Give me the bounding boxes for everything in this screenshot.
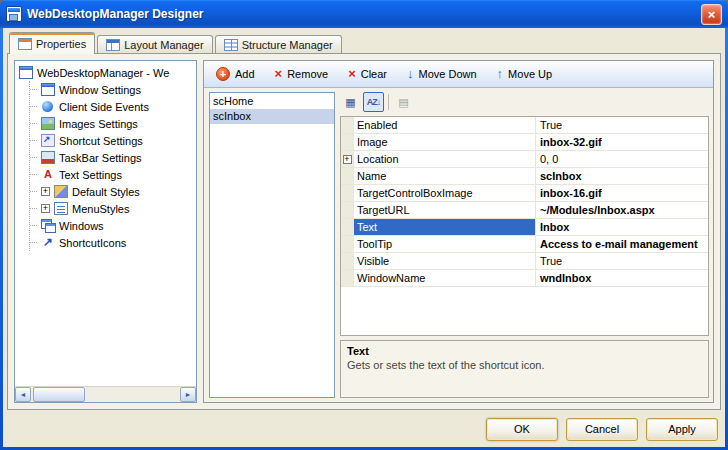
scroll-thumb[interactable]: [33, 387, 85, 402]
property-value[interactable]: True: [536, 117, 708, 133]
property-value[interactable]: Inbox: [536, 219, 708, 235]
add-icon: +: [216, 67, 230, 81]
description-text: Gets or sets the text of the shortcut ic…: [347, 359, 702, 371]
property-name[interactable]: Text: [354, 219, 536, 235]
close-button[interactable]: ×: [701, 4, 722, 25]
property-value[interactable]: inbox-16.gif: [536, 185, 708, 201]
property-name[interactable]: WindowName: [354, 270, 536, 286]
property-name[interactable]: TargetControlBoxImage: [354, 185, 536, 201]
add-label: Add: [235, 68, 255, 80]
property-name[interactable]: Enabled: [354, 117, 536, 133]
categorized-button[interactable]: ▦: [340, 92, 361, 112]
tab-label: Layout Manager: [124, 39, 204, 51]
tree-item-label: Images Settings: [59, 118, 138, 130]
property-name[interactable]: ToolTip: [354, 236, 536, 252]
scroll-track[interactable]: [31, 387, 180, 402]
property-row-targeturl[interactable]: TargetURL ~/Modules/Inbox.aspx: [341, 202, 708, 219]
images-icon: [41, 117, 55, 130]
property-pages-button: ▤: [393, 92, 414, 112]
property-name[interactable]: Name: [354, 168, 536, 184]
row-margin: [341, 202, 354, 218]
property-row-visible[interactable]: Visible True: [341, 253, 708, 270]
tabstrip: Properties Layout Manager Structure Mana…: [9, 32, 344, 54]
add-button[interactable]: + Add: [212, 65, 265, 83]
property-value[interactable]: inbox-32.gif: [536, 134, 708, 150]
shortcut-icons-icon: ↗: [41, 236, 55, 249]
property-name[interactable]: Location: [354, 151, 536, 167]
clear-button[interactable]: × Clear: [344, 65, 397, 83]
property-row-tooltip[interactable]: ToolTip Access to e-mail management: [341, 236, 708, 253]
tree-item-text-settings[interactable]: A Text Settings: [30, 166, 194, 183]
description-title: Text: [347, 345, 702, 357]
property-row-name[interactable]: Name scInbox: [341, 168, 708, 185]
tree-item-menustyles[interactable]: + MenuStyles: [30, 200, 194, 217]
tree-item-shortcuticons[interactable]: ↗ ShortcutIcons: [30, 234, 194, 251]
property-row-windowname[interactable]: WindowName wndInbox: [341, 270, 708, 287]
tree-item-taskbar-settings[interactable]: TaskBar Settings: [30, 149, 194, 166]
taskbar-icon: [41, 151, 55, 164]
property-grid: Enabled True Image inbox-32.gif + Locati…: [340, 116, 709, 336]
tree-item-window-settings[interactable]: Window Settings: [30, 81, 194, 98]
property-value[interactable]: True: [536, 253, 708, 269]
tree-horizontal-scrollbar[interactable]: ◄ ►: [15, 386, 196, 402]
tree-root[interactable]: WebDesktopManager - We: [19, 64, 194, 81]
move-down-label: Move Down: [419, 68, 477, 80]
editor-content: scHome scInbox ▦ AZ↓ ▤: [204, 88, 713, 402]
row-margin: [341, 117, 354, 133]
apply-button[interactable]: Apply: [646, 418, 718, 441]
tree-item-default-styles[interactable]: + Default Styles: [30, 183, 194, 200]
remove-icon: ×: [275, 67, 283, 81]
tree-item-shortcut-settings[interactable]: Shortcut Settings: [30, 132, 194, 149]
alphabetical-sort-button[interactable]: AZ↓: [363, 92, 384, 112]
expand-icon[interactable]: +: [41, 204, 50, 213]
layout-manager-tab-icon: [106, 39, 120, 51]
ok-button[interactable]: OK: [486, 418, 558, 441]
property-value[interactable]: ~/Modules/Inbox.aspx: [536, 202, 708, 218]
menu-icon: [54, 202, 68, 215]
row-margin: [341, 253, 354, 269]
list-item-scinbox[interactable]: scInbox: [210, 109, 334, 124]
property-row-location[interactable]: + Location 0, 0: [341, 151, 708, 168]
property-value[interactable]: wndInbox: [536, 270, 708, 286]
remove-label: Remove: [287, 68, 328, 80]
tab-layout-manager[interactable]: Layout Manager: [97, 35, 213, 54]
tab-structure-manager[interactable]: Structure Manager: [215, 35, 342, 54]
titlebar[interactable]: WebDesktopManager Designer ×: [0, 0, 728, 28]
property-row-targetcontrolboximage[interactable]: TargetControlBoxImage inbox-16.gif: [341, 185, 708, 202]
list-item-schome[interactable]: scHome: [210, 94, 334, 109]
property-value[interactable]: Access to e-mail management: [536, 236, 708, 252]
dialog-body: Properties Layout Manager Structure Mana…: [3, 28, 725, 447]
remove-button[interactable]: × Remove: [271, 65, 339, 83]
property-name[interactable]: Image: [354, 134, 536, 150]
tree-item-images-settings[interactable]: Images Settings: [30, 115, 194, 132]
tree-item-label: Windows: [59, 220, 104, 232]
property-name[interactable]: TargetURL: [354, 202, 536, 218]
scroll-right-button[interactable]: ►: [180, 387, 196, 402]
shortcut-items-listbox[interactable]: scHome scInbox: [209, 92, 335, 398]
move-up-button[interactable]: ↑ Move Up: [493, 65, 563, 83]
scroll-left-button[interactable]: ◄: [15, 387, 31, 402]
property-row-enabled[interactable]: Enabled True: [341, 117, 708, 134]
move-down-button[interactable]: ↓ Move Down: [403, 65, 487, 83]
move-up-icon: ↑: [497, 67, 504, 81]
property-name[interactable]: Visible: [354, 253, 536, 269]
tree-item-client-side-events[interactable]: Client Side Events: [30, 98, 194, 115]
tree-item-windows[interactable]: Windows: [30, 217, 194, 234]
structure-manager-tab-icon: [224, 39, 238, 51]
expand-icon[interactable]: +: [41, 187, 50, 196]
property-row-text[interactable]: Text Inbox: [341, 219, 708, 236]
property-row-image[interactable]: Image inbox-32.gif: [341, 134, 708, 151]
cancel-button[interactable]: Cancel: [566, 418, 638, 441]
app-icon: [6, 6, 22, 22]
row-margin: [341, 185, 354, 201]
settings-tree: WebDesktopManager - We Window Settings C…: [15, 61, 196, 251]
property-value[interactable]: scInbox: [536, 168, 708, 184]
expand-icon[interactable]: +: [343, 155, 352, 164]
row-margin: [341, 236, 354, 252]
styles-icon: [54, 185, 68, 198]
windows-icon: [41, 219, 55, 232]
tree-item-label: Default Styles: [72, 186, 140, 198]
property-value[interactable]: 0, 0: [536, 151, 708, 167]
tab-properties[interactable]: Properties: [9, 32, 95, 54]
row-margin: [341, 219, 354, 235]
